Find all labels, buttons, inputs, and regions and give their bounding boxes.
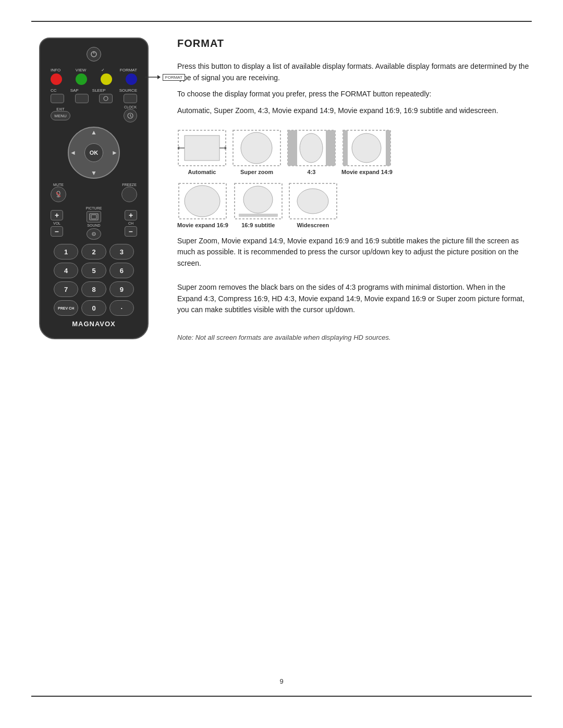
svg-point-12 xyxy=(93,233,94,235)
movie-149-diagram-svg xyxy=(342,129,391,167)
num-9-button[interactable]: 9 xyxy=(109,281,134,297)
svg-rect-24 xyxy=(288,130,297,166)
source-button[interactable] xyxy=(124,94,137,103)
sap-button[interactable] xyxy=(75,94,89,103)
dpad-container: ▲ ▼ ◄ ► OK xyxy=(48,127,139,179)
num-4-button[interactable]: 4 xyxy=(54,263,78,278)
svg-rect-25 xyxy=(326,130,335,166)
movie-149-label: Movie expand 14:9 xyxy=(341,169,393,175)
brand-label: MAGNAVOX xyxy=(48,320,139,328)
num-6-button[interactable]: 6 xyxy=(109,263,134,278)
dot-button[interactable]: · xyxy=(109,300,134,316)
widescreen-diagram-svg xyxy=(288,182,338,220)
menu-button[interactable]: MENU xyxy=(51,111,70,120)
widescreen-label: Widescreen xyxy=(297,222,329,228)
svg-rect-29 xyxy=(386,130,390,166)
mute-button[interactable] xyxy=(51,187,66,202)
main-content: INFO VIEW ✓ FORMAT CC xyxy=(31,38,532,341)
view-button[interactable] xyxy=(76,73,87,85)
info-button[interactable] xyxy=(51,73,62,85)
freeze-button[interactable] xyxy=(121,187,137,202)
diagram-automatic: Automatic xyxy=(177,129,227,175)
num-5-button[interactable]: 5 xyxy=(81,263,106,278)
clock-button[interactable] xyxy=(124,109,137,122)
format-callout: FORMAT xyxy=(145,73,185,81)
ch-minus-button[interactable]: – xyxy=(125,226,137,237)
diagrams-row-2: Movie expand 16:9 16:9 subtitle xyxy=(177,182,532,228)
num-8-button[interactable]: 8 xyxy=(81,281,106,297)
dpad-down-button[interactable]: ▼ xyxy=(91,169,97,177)
automatic-diagram-svg xyxy=(177,129,227,167)
svg-line-5 xyxy=(130,116,131,117)
dpad-right-button[interactable]: ► xyxy=(112,149,118,156)
43-label: 4:3 xyxy=(308,169,316,175)
power-row xyxy=(48,47,139,61)
page-container: INFO VIEW ✓ FORMAT CC xyxy=(0,0,563,728)
colored-buttons-row xyxy=(48,73,139,85)
diagram-169-subtitle: 16:9 subtitle xyxy=(234,182,283,228)
num-0-button[interactable]: 0 xyxy=(81,300,106,316)
num-3-button[interactable]: 3 xyxy=(109,244,134,260)
power-button[interactable] xyxy=(87,47,101,61)
vol-ch-section: + VOL – PICTURE xyxy=(48,206,139,240)
mute-freeze-row: MUTE FREEZE xyxy=(48,183,139,202)
sound-label: SOUND xyxy=(87,224,100,227)
svg-marker-14 xyxy=(157,75,161,79)
num-2-button[interactable]: 2 xyxy=(81,244,106,260)
format-button-inline[interactable] xyxy=(126,73,137,85)
mute-area: MUTE xyxy=(51,183,66,202)
prev-ch-button[interactable]: PREV CH xyxy=(54,300,78,316)
menu-label: MENU xyxy=(54,114,67,118)
picture-button[interactable] xyxy=(87,211,101,223)
page-number: 9 xyxy=(31,662,532,685)
right-section: FORMAT Press this button to display a li… xyxy=(177,38,532,341)
exit-label: EXIT xyxy=(56,107,65,111)
check-button[interactable] xyxy=(101,73,112,85)
clock-area: CLOCK xyxy=(124,105,137,122)
ok-button[interactable]: OK xyxy=(84,143,103,162)
diagram-super-zoom: Super zoom xyxy=(232,129,282,175)
num-1-button[interactable]: 1 xyxy=(54,244,78,260)
diagram-widescreen: Widescreen xyxy=(288,182,338,228)
svg-point-32 xyxy=(185,186,220,217)
check-label: ✓ xyxy=(101,68,105,72)
super-zoom-label: Super zoom xyxy=(240,169,273,175)
numpad: 1 2 3 4 5 6 7 8 9 PREV CH 0 · xyxy=(48,244,139,316)
movie-169-label: Movie expand 16:9 xyxy=(177,222,228,228)
bottom-border xyxy=(31,696,532,697)
svg-rect-28 xyxy=(343,130,348,166)
page-title: FORMAT xyxy=(177,38,532,50)
source-label: SOURCE xyxy=(119,88,137,93)
cc-sap-labels: CC SAP SLEEP SOURCE xyxy=(48,88,139,93)
exit-clock-row: EXIT MENU CLOCK xyxy=(48,105,139,122)
svg-point-2 xyxy=(104,96,108,101)
ch-plus-button[interactable]: + xyxy=(125,210,137,220)
sound-button[interactable] xyxy=(87,228,101,240)
paragraph-2: Super Zoom, Movie expand 14:9, Movie exp… xyxy=(177,236,532,275)
svg-point-34 xyxy=(243,186,273,213)
vol-minus-button[interactable]: – xyxy=(51,226,63,237)
169-subtitle-diagram-svg xyxy=(234,182,283,220)
svg-rect-35 xyxy=(239,214,278,217)
vol-col: + VOL – xyxy=(51,210,63,237)
dpad: ▲ ▼ ◄ ► OK xyxy=(68,127,120,179)
movie-169-diagram-svg xyxy=(178,182,227,220)
svg-rect-10 xyxy=(91,215,96,219)
dpad-left-button[interactable]: ◄ xyxy=(70,149,76,156)
exit-menu-area: EXIT MENU xyxy=(51,107,70,120)
note-text: Note: Not all screen formats are availab… xyxy=(177,334,532,341)
remote-section: INFO VIEW ✓ FORMAT CC xyxy=(31,38,156,341)
top-border xyxy=(31,21,532,22)
svg-point-30 xyxy=(352,133,381,163)
vol-plus-button[interactable]: + xyxy=(51,210,63,220)
sleep-button[interactable] xyxy=(99,94,113,103)
description-1: Press this button to display a list of a… xyxy=(177,61,532,122)
num-7-button[interactable]: 7 xyxy=(54,281,78,297)
super-zoom-diagram-svg xyxy=(232,129,282,167)
mute-label: MUTE xyxy=(53,183,64,187)
dpad-up-button[interactable]: ▲ xyxy=(91,129,97,136)
ch-col: + CH – xyxy=(125,210,137,237)
cc-button[interactable] xyxy=(51,94,64,103)
view-label: VIEW xyxy=(76,68,86,72)
169-subtitle-label: 16:9 subtitle xyxy=(241,222,275,228)
